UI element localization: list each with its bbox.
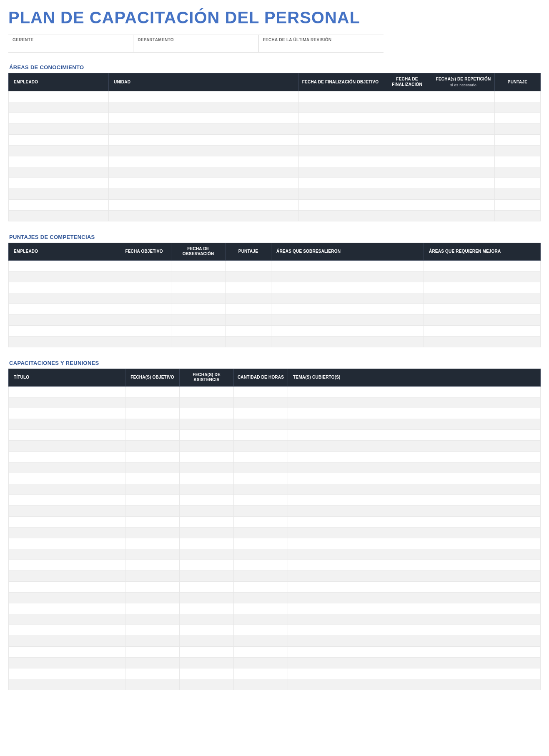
cell-fechas_obj[interactable] (125, 538, 180, 549)
cell-puntaje[interactable] (226, 271, 271, 282)
cell-fechas_asis[interactable] (180, 635, 234, 646)
cell-temas[interactable] (288, 668, 541, 679)
cell-fechas_obj[interactable] (125, 592, 180, 603)
cell-fechas_rep[interactable] (432, 199, 495, 210)
cell-titulo[interactable] (9, 495, 125, 505)
cell-fechas_obj[interactable] (125, 603, 180, 614)
cell-puntaje[interactable] (495, 102, 541, 113)
cell-fechas_asis[interactable] (180, 625, 234, 635)
cell-empleado[interactable] (9, 271, 117, 282)
cell-fecha_obs[interactable] (171, 304, 226, 314)
cell-fecha_fin_obj[interactable] (299, 156, 382, 167)
cell-fecha_obs[interactable] (171, 293, 226, 304)
cell-puntaje[interactable] (226, 282, 271, 293)
cell-titulo[interactable] (9, 657, 125, 668)
cell-temas[interactable] (288, 440, 541, 451)
cell-fecha_obs[interactable] (171, 260, 226, 271)
cell-cant_horas[interactable] (234, 592, 288, 603)
cell-cant_horas[interactable] (234, 484, 288, 495)
cell-empleado[interactable] (9, 325, 117, 336)
cell-fechas_asis[interactable] (180, 386, 234, 397)
cell-fecha_fin_obj[interactable] (299, 178, 382, 188)
cell-fechas_asis[interactable] (180, 419, 234, 429)
cell-titulo[interactable] (9, 419, 125, 429)
cell-fechas_asis[interactable] (180, 451, 234, 462)
cell-fecha_obj[interactable] (117, 304, 171, 314)
cell-fecha_obs[interactable] (171, 336, 226, 347)
cell-unidad[interactable] (109, 178, 299, 188)
cell-temas[interactable] (288, 560, 541, 570)
cell-puntaje[interactable] (226, 304, 271, 314)
cell-empleado[interactable] (9, 293, 117, 304)
cell-puntaje[interactable] (226, 293, 271, 304)
cell-puntaje[interactable] (495, 134, 541, 145)
cell-fecha_fin[interactable] (382, 156, 432, 167)
cell-fechas_asis[interactable] (180, 614, 234, 625)
cell-temas[interactable] (288, 570, 541, 581)
cell-fechas_asis[interactable] (180, 570, 234, 581)
cell-fechas_rep[interactable] (432, 156, 495, 167)
cell-fechas_obj[interactable] (125, 462, 180, 473)
cell-fecha_obs[interactable] (171, 314, 226, 325)
cell-fechas_asis[interactable] (180, 516, 234, 527)
cell-temas[interactable] (288, 484, 541, 495)
cell-fecha_fin[interactable] (382, 145, 432, 156)
cell-fechas_asis[interactable] (180, 668, 234, 679)
cell-puntaje[interactable] (495, 178, 541, 188)
cell-areas_sobre[interactable] (271, 314, 424, 325)
cell-fecha_fin_obj[interactable] (299, 134, 382, 145)
cell-fechas_obj[interactable] (125, 505, 180, 516)
cell-empleado[interactable] (9, 199, 109, 210)
cell-titulo[interactable] (9, 397, 125, 408)
cell-cant_horas[interactable] (234, 668, 288, 679)
cell-cant_horas[interactable] (234, 570, 288, 581)
cell-fechas_obj[interactable] (125, 419, 180, 429)
cell-temas[interactable] (288, 625, 541, 635)
cell-titulo[interactable] (9, 592, 125, 603)
cell-areas_mejora[interactable] (424, 336, 541, 347)
cell-puntaje[interactable] (495, 91, 541, 102)
cell-empleado[interactable] (9, 188, 109, 199)
cell-empleado[interactable] (9, 304, 117, 314)
cell-empleado[interactable] (9, 282, 117, 293)
cell-fechas_rep[interactable] (432, 102, 495, 113)
meta-departamento-value[interactable] (138, 42, 254, 50)
cell-fechas_rep[interactable] (432, 123, 495, 134)
cell-temas[interactable] (288, 538, 541, 549)
cell-cant_horas[interactable] (234, 397, 288, 408)
cell-fechas_asis[interactable] (180, 462, 234, 473)
cell-fechas_asis[interactable] (180, 527, 234, 538)
cell-titulo[interactable] (9, 484, 125, 495)
cell-fechas_obj[interactable] (125, 560, 180, 570)
cell-empleado[interactable] (9, 314, 117, 325)
cell-fecha_obj[interactable] (117, 314, 171, 325)
cell-fechas_asis[interactable] (180, 549, 234, 560)
cell-fecha_fin[interactable] (382, 123, 432, 134)
cell-fechas_asis[interactable] (180, 679, 234, 690)
cell-fechas_asis[interactable] (180, 408, 234, 419)
cell-fechas_rep[interactable] (432, 178, 495, 188)
cell-fechas_obj[interactable] (125, 614, 180, 625)
cell-areas_mejora[interactable] (424, 271, 541, 282)
cell-unidad[interactable] (109, 167, 299, 178)
cell-unidad[interactable] (109, 188, 299, 199)
cell-temas[interactable] (288, 581, 541, 592)
cell-cant_horas[interactable] (234, 560, 288, 570)
cell-fechas_obj[interactable] (125, 657, 180, 668)
cell-empleado[interactable] (9, 134, 109, 145)
cell-puntaje[interactable] (495, 113, 541, 123)
cell-fecha_obs[interactable] (171, 325, 226, 336)
cell-titulo[interactable] (9, 625, 125, 635)
cell-fechas_obj[interactable] (125, 386, 180, 397)
cell-temas[interactable] (288, 495, 541, 505)
cell-fecha_obj[interactable] (117, 325, 171, 336)
cell-fecha_fin[interactable] (382, 113, 432, 123)
cell-fechas_obj[interactable] (125, 516, 180, 527)
cell-temas[interactable] (288, 516, 541, 527)
cell-areas_sobre[interactable] (271, 293, 424, 304)
cell-fecha_fin_obj[interactable] (299, 113, 382, 123)
cell-empleado[interactable] (9, 167, 109, 178)
cell-fechas_asis[interactable] (180, 657, 234, 668)
cell-fechas_rep[interactable] (432, 145, 495, 156)
cell-fechas_obj[interactable] (125, 495, 180, 505)
